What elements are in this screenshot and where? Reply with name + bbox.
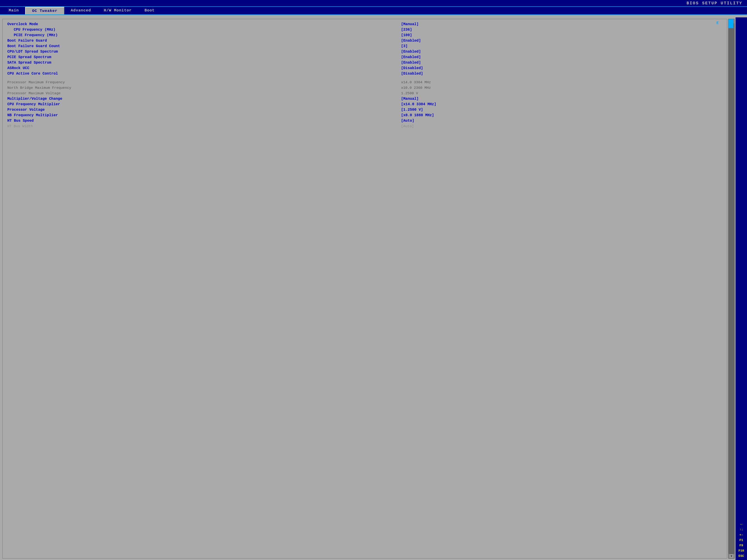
settings-row-6[interactable]: PCIE Spread Spectrum[Enabled]: [7, 54, 723, 60]
settings-value-13: 1.2500 V: [401, 91, 723, 96]
settings-label-13: Processor Maximum Voltage: [7, 91, 401, 96]
settings-label-6: PCIE Spread Spectrum: [7, 55, 401, 59]
settings-row-15[interactable]: CPU Frequency Multiplier[x14.0 3304 MHz]: [7, 102, 723, 107]
shortcut-esc[interactable]: ESC: [737, 554, 746, 558]
settings-label-0: Overclock Mode: [7, 22, 401, 26]
shortcut-plusminus: +-: [737, 533, 746, 537]
settings-row-18[interactable]: HT Bus Speed[Auto]: [7, 118, 723, 124]
settings-value-8: [Disabled]: [401, 66, 723, 70]
settings-label-7: SATA Spread Spectrum: [7, 61, 401, 65]
settings-label-19: HT Bus Width: [7, 124, 401, 128]
settings-label-16: Processor Voltage: [7, 108, 401, 112]
settings-value-12: x10.0 2360 MHz: [401, 86, 723, 90]
title-text: BIOS SETUP UTILITY: [687, 1, 742, 5]
settings-row-2[interactable]: PCIE Frequency (MHz)[100]: [7, 32, 723, 38]
settings-label-15: CPU Frequency Multiplier: [7, 102, 401, 106]
settings-row-3[interactable]: Boot Failure Guard[Enabled]: [7, 38, 723, 44]
settings-label-2: PCIE Frequency (MHz): [7, 33, 401, 37]
bios-content: E Overclock Mode[Manual]CPU Frequency (M…: [0, 15, 747, 560]
shortcut-f1[interactable]: F1: [737, 538, 746, 542]
settings-label-11: Processor Maximum Frequency: [7, 80, 401, 84]
settings-label-3: Boot Failure Guard: [7, 39, 401, 43]
settings-value-9: [Disabled]: [401, 72, 723, 76]
settings-row-9[interactable]: CPU Active Core Control[Disabled]: [7, 71, 723, 76]
settings-row-8[interactable]: ASRock UCC[Disabled]: [7, 65, 723, 71]
settings-row-16[interactable]: Processor Voltage[1.2500 V]: [7, 107, 723, 112]
settings-value-6: [Enabled]: [401, 55, 723, 59]
settings-row-11[interactable]: Processor Maximum Frequencyx14.0 3304 MH…: [7, 80, 723, 85]
nav-tab-hw-monitor[interactable]: H/W Monitor: [98, 7, 138, 15]
settings-value-0: [Manual]: [401, 22, 723, 26]
shortcut-arrows-lr: ↔: [737, 523, 746, 526]
settings-value-4: [3]: [401, 44, 723, 48]
spacer-10: [7, 76, 723, 80]
settings-row-12[interactable]: North Bridge Maximum Frequencyx10.0 2360…: [7, 85, 723, 90]
settings-row-0[interactable]: Overclock Mode[Manual]: [7, 22, 723, 27]
settings-value-18: [Auto]: [401, 119, 723, 123]
nav-tab-advanced[interactable]: Advanced: [64, 7, 98, 15]
settings-row-19[interactable]: HT Bus Width[Auto]: [7, 124, 723, 129]
settings-row-14[interactable]: Multiplier/Voltage Change[Manual]: [7, 96, 723, 102]
settings-value-1: [236]: [401, 28, 723, 32]
settings-row-17[interactable]: NB Frequency Multiplier[x8.0 1888 MHz]: [7, 112, 723, 118]
settings-value-14: [Manual]: [401, 97, 723, 101]
settings-value-7: [Enabled]: [401, 61, 723, 65]
nav-tab-boot[interactable]: Boot: [138, 7, 161, 15]
shortcut-f10[interactable]: F10: [737, 549, 746, 553]
settings-value-15: [x14.0 3304 MHz]: [401, 102, 723, 106]
settings-label-17: NB Frequency Multiplier: [7, 113, 401, 117]
right-sidebar: ↔ ↑↓ +- F1 F9 F10 ESC: [736, 18, 747, 560]
settings-panel[interactable]: E Overclock Mode[Manual]CPU Frequency (M…: [2, 19, 727, 559]
title-bar: BIOS SETUP UTILITY: [0, 0, 747, 7]
nav-tab-main[interactable]: Main: [2, 7, 25, 15]
settings-value-11: x14.0 3304 MHz: [401, 80, 723, 84]
settings-row-5[interactable]: CPU/LDT Spread Spectrum[Enabled]: [7, 49, 723, 54]
settings-container: Overclock Mode[Manual]CPU Frequency (MHz…: [7, 22, 723, 129]
partial-right-text: E: [716, 21, 719, 25]
shortcut-arrows-ud: ↑↓: [737, 528, 746, 531]
nav-bar: MainOC TweakerAdvancedH/W MonitorBoot: [0, 7, 747, 15]
settings-value-19: [Auto]: [401, 124, 723, 128]
scrollbar-track[interactable]: [728, 24, 735, 554]
settings-label-12: North Bridge Maximum Frequency: [7, 86, 401, 90]
settings-label-5: CPU/LDT Spread Spectrum: [7, 50, 401, 54]
scrollbar[interactable]: ▲ ▼: [728, 19, 735, 559]
settings-value-17: [x8.0 1888 MHz]: [401, 113, 723, 117]
scrollbar-thumb: [728, 19, 733, 28]
settings-value-16: [1.2500 V]: [401, 108, 723, 112]
settings-label-1: CPU Frequency (MHz): [7, 28, 401, 32]
settings-row-4[interactable]: Boot Failure Guard Count[3]: [7, 44, 723, 49]
settings-value-2: [100]: [401, 33, 723, 37]
settings-value-3: [Enabled]: [401, 39, 723, 43]
settings-row-1[interactable]: CPU Frequency (MHz)[236]: [7, 27, 723, 32]
settings-label-18: HT Bus Speed: [7, 119, 401, 123]
settings-value-5: [Enabled]: [401, 50, 723, 54]
settings-label-4: Boot Failure Guard Count: [7, 44, 401, 48]
settings-row-7[interactable]: SATA Spread Spectrum[Enabled]: [7, 60, 723, 65]
settings-row-13[interactable]: Processor Maximum Voltage1.2500 V: [7, 90, 723, 96]
settings-label-8: ASRock UCC: [7, 66, 401, 70]
nav-tab-oc-tweaker[interactable]: OC Tweaker: [25, 7, 64, 15]
scroll-down-arrow[interactable]: ▼: [729, 554, 734, 558]
settings-label-14: Multiplier/Voltage Change: [7, 97, 401, 101]
shortcut-f9[interactable]: F9: [737, 544, 746, 547]
settings-label-9: CPU Active Core Control: [7, 72, 401, 76]
